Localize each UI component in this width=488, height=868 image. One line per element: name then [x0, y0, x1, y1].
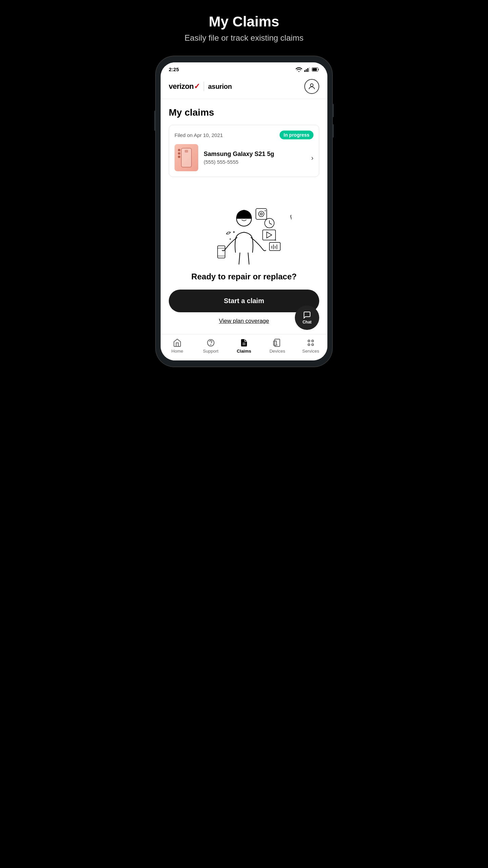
device-number: (555) 555-5555	[204, 159, 306, 165]
device-info: Samsung Galaxy S21 5g (555) 555-5555	[204, 151, 306, 165]
chevron-right-icon: ›	[311, 154, 313, 162]
svg-point-37	[311, 344, 313, 346]
camera-dots	[178, 149, 180, 158]
filed-date: Filed on Apr 10, 2021	[175, 132, 223, 138]
phone-silhouette	[181, 148, 192, 167]
nav-item-support[interactable]: Support	[199, 338, 223, 354]
claim-card[interactable]: Filed on Apr 10, 2021 In progress	[169, 125, 319, 177]
bottom-nav: Home Support	[161, 334, 327, 360]
camera-dot-2	[178, 152, 180, 155]
main-content: My claims Filed on Apr 10, 2021 In progr…	[161, 99, 327, 177]
support-icon	[206, 338, 215, 347]
home-icon	[173, 338, 182, 347]
nav-item-devices[interactable]: Devices	[265, 338, 289, 354]
phone-screen: 2:25	[161, 62, 327, 360]
svg-point-36	[308, 344, 310, 346]
status-icons	[296, 67, 319, 72]
page-subtitle: Easily file or track existing claims	[185, 33, 304, 43]
phone-wrapper: 2:25	[156, 56, 332, 367]
nav-label-devices: Devices	[269, 349, 285, 354]
asurion-logo: asurion	[208, 83, 232, 91]
claim-device-row: Samsung Galaxy S21 5g (555) 555-5555 ›	[175, 144, 313, 171]
svg-point-18	[260, 213, 262, 215]
svg-rect-14	[290, 212, 291, 224]
power-button	[332, 104, 334, 117]
svg-text:+: +	[264, 209, 266, 213]
svg-rect-9	[218, 246, 225, 258]
svg-rect-2	[306, 69, 307, 72]
section-title: My claims	[169, 107, 319, 118]
status-time: 2:25	[169, 66, 179, 72]
svg-point-34	[308, 340, 310, 342]
svg-text:+: +	[274, 238, 277, 242]
claims-icon	[240, 338, 248, 347]
svg-marker-24	[267, 232, 272, 238]
svg-rect-6	[312, 68, 317, 71]
chat-fab-button[interactable]: Chat	[295, 305, 319, 330]
nav-label-home: Home	[171, 349, 183, 354]
volume-button-right	[332, 124, 334, 138]
svg-rect-4	[309, 67, 310, 72]
user-icon	[308, 82, 316, 91]
cta-text: Ready to repair or replace?	[191, 272, 297, 281]
verizon-logo: verizon✓	[169, 82, 200, 91]
camera-dot-3	[178, 156, 180, 158]
chat-icon	[303, 311, 311, 319]
logo-area: verizon✓ asurion	[169, 82, 232, 91]
page-header: My Claims Easily file or track existing …	[185, 14, 304, 43]
camera-dot-1	[178, 149, 180, 151]
svg-line-22	[269, 223, 272, 224]
svg-rect-23	[263, 230, 276, 240]
svg-point-0	[299, 71, 300, 72]
services-icon	[306, 338, 315, 347]
page-title: My Claims	[185, 14, 304, 30]
nav-item-claims[interactable]: Claims	[232, 338, 256, 354]
svg-text:✦: ✦	[229, 238, 231, 241]
logo-divider	[204, 82, 204, 91]
profile-button[interactable]	[304, 79, 319, 94]
illustration-svg: ✦ ✦ +	[197, 193, 291, 268]
phone-frame: 2:25	[156, 56, 332, 367]
svg-text:✦: ✦	[232, 230, 235, 234]
wifi-icon	[296, 67, 302, 72]
svg-point-28	[210, 344, 211, 345]
svg-point-17	[259, 211, 264, 217]
device-image	[175, 144, 198, 171]
battery-icon	[312, 67, 319, 72]
status-bar: 2:25	[161, 62, 327, 74]
devices-icon	[273, 338, 282, 347]
svg-point-35	[311, 340, 313, 342]
chat-fab-label: Chat	[303, 320, 312, 324]
svg-rect-3	[307, 68, 308, 72]
illustration-area: ✦ ✦ +	[161, 186, 327, 290]
nav-item-home[interactable]: Home	[165, 338, 189, 354]
device-name: Samsung Galaxy S21 5g	[204, 151, 306, 158]
nav-label-services: Services	[302, 349, 319, 354]
status-badge: In progress	[280, 131, 313, 139]
svg-point-7	[310, 84, 313, 86]
claim-card-header: Filed on Apr 10, 2021 In progress	[175, 131, 313, 139]
signal-icon	[304, 67, 310, 72]
nav-label-claims: Claims	[237, 349, 251, 354]
volume-button-left	[154, 111, 156, 131]
verizon-checkmark: ✓	[194, 82, 200, 91]
svg-rect-1	[304, 70, 305, 72]
svg-rect-26	[269, 242, 280, 251]
app-header: verizon✓ asurion	[161, 74, 327, 99]
start-claim-button[interactable]: Start a claim	[169, 290, 319, 312]
nav-item-services[interactable]: Services	[299, 338, 323, 354]
nav-label-support: Support	[203, 349, 219, 354]
